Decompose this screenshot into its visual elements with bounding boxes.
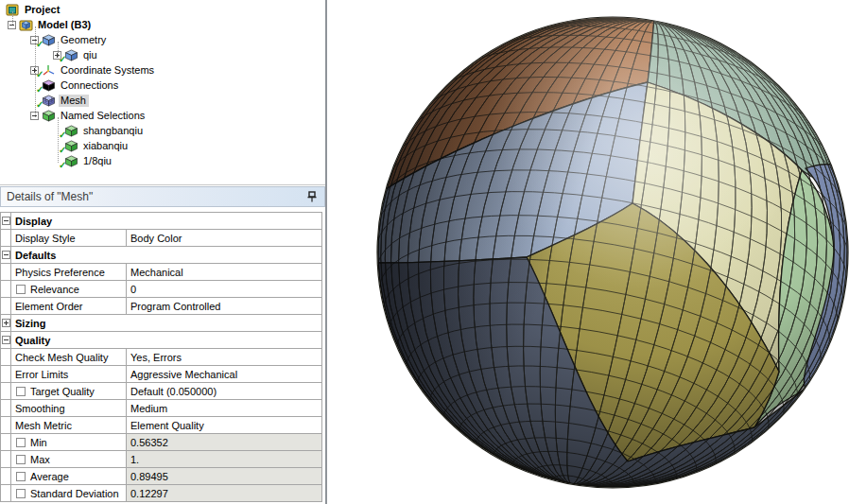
- tree-item[interactable]: Model (B3): [8, 17, 94, 32]
- tree-guide-line: [58, 42, 59, 57]
- details-row[interactable]: Standard Deviation 0.12297: [1, 485, 322, 502]
- project-outline-tree[interactable]: Project Model (B3) ✓Geometry ✓qiu ✓Coord: [0, 0, 325, 185]
- details-row-value[interactable]: Aggressive Mechanical: [127, 366, 322, 382]
- row-label-text: Check Mesh Quality: [15, 352, 108, 363]
- tree-guide-line: [12, 11, 13, 25]
- tree-item[interactable]: Project: [6, 2, 62, 17]
- details-group-label: Display: [11, 213, 127, 229]
- details-row[interactable]: Error Limits Aggressive Mechanical: [1, 366, 322, 383]
- tree-item[interactable]: ✓1/8qiu: [53, 153, 114, 168]
- row-label-text: Error Limits: [15, 369, 68, 380]
- details-row[interactable]: Display Style Body Color: [1, 230, 322, 247]
- tree-item-label[interactable]: xiabanqiu: [81, 140, 130, 152]
- tree-item[interactable]: Named Selections: [30, 108, 147, 123]
- details-row-label: Error Limits: [11, 366, 127, 382]
- group-gutter[interactable]: [1, 213, 11, 229]
- group-expander-minus[interactable]: [2, 217, 10, 225]
- details-group-row[interactable]: Display: [1, 213, 322, 230]
- tree-item[interactable]: ✓Coordinate Systems: [30, 62, 157, 78]
- row-label-text: Smoothing: [15, 403, 65, 414]
- details-row[interactable]: Relevance 0: [1, 281, 322, 298]
- cube-purple-icon: ✓: [42, 79, 56, 92]
- sphere-highlight-overlay: [377, 17, 848, 488]
- group-expander-minus[interactable]: [2, 336, 10, 344]
- cube-mesh-icon: ✓: [42, 95, 56, 107]
- row-gutter: [1, 230, 11, 246]
- status-check-icon: ✓: [59, 160, 66, 170]
- tree-item-label[interactable]: Mesh: [59, 95, 89, 107]
- tree-item-label[interactable]: Model (B3): [36, 19, 94, 31]
- graphics-viewport[interactable]: [329, 0, 849, 504]
- tree-item-label[interactable]: qiu: [81, 49, 100, 61]
- tree-item[interactable]: ✓Geometry: [30, 32, 109, 47]
- tree-item-label[interactable]: Coordinate Systems: [59, 64, 157, 77]
- group-expander-minus[interactable]: [2, 251, 10, 259]
- row-gutter: [1, 485, 11, 501]
- details-row-value[interactable]: 0: [127, 281, 322, 297]
- group-gutter[interactable]: [1, 332, 11, 348]
- row-gutter: [1, 451, 11, 467]
- row-label-text: Average: [30, 471, 69, 482]
- row-checkbox[interactable]: [16, 285, 26, 294]
- row-label-text: Target Quality: [30, 386, 95, 397]
- row-checkbox[interactable]: [16, 472, 26, 481]
- tree-item[interactable]: ✓qiu: [53, 47, 100, 62]
- details-row[interactable]: Physics Preference Mechanical: [1, 264, 322, 281]
- row-gutter: [1, 383, 11, 399]
- details-panel-title: Details of "Mesh": [7, 190, 305, 203]
- details-row[interactable]: Min 0.56352: [1, 434, 322, 451]
- group-expander-plus[interactable]: [2, 319, 10, 327]
- tree-item[interactable]: ✓Mesh: [30, 93, 89, 108]
- details-group-row[interactable]: Sizing: [1, 315, 322, 332]
- group-gutter[interactable]: [1, 247, 11, 263]
- tree-item[interactable]: ✓Connections: [30, 78, 121, 93]
- details-group-filler: [127, 247, 322, 263]
- details-group-row[interactable]: Defaults: [1, 247, 322, 264]
- details-row-label: Target Quality: [11, 383, 127, 399]
- details-row-value[interactable]: Default (0.050000): [127, 383, 322, 399]
- details-row-label: Display Style: [11, 230, 127, 246]
- row-checkbox[interactable]: [16, 387, 26, 396]
- details-row[interactable]: Max 1.: [1, 451, 322, 468]
- tree-item-label[interactable]: Connections: [59, 79, 121, 92]
- row-checkbox[interactable]: [16, 455, 26, 464]
- details-row[interactable]: Target Quality Default (0.050000): [1, 383, 322, 400]
- row-checkbox[interactable]: [16, 438, 26, 447]
- details-row-value[interactable]: Mechanical: [127, 264, 322, 280]
- details-group-row[interactable]: Quality: [1, 332, 322, 349]
- details-group-label: Quality: [11, 332, 127, 348]
- details-row[interactable]: Average 0.89495: [1, 468, 322, 485]
- row-checkbox[interactable]: [16, 489, 26, 498]
- details-row[interactable]: Check Mesh Quality Yes, Errors: [1, 349, 322, 366]
- details-row[interactable]: Element Order Program Controlled: [1, 298, 322, 315]
- details-row-value[interactable]: Body Color: [127, 230, 322, 246]
- details-row-value[interactable]: Yes, Errors: [127, 349, 322, 365]
- details-group-label: Sizing: [11, 315, 127, 331]
- details-row[interactable]: Mesh Metric Element Quality: [1, 417, 322, 434]
- details-row-value[interactable]: Medium: [127, 400, 322, 416]
- tree-item[interactable]: ✓shangbanqiu: [53, 123, 146, 138]
- details-row-value[interactable]: Element Quality: [127, 417, 322, 433]
- details-row-value[interactable]: Program Controlled: [127, 298, 322, 314]
- pin-icon[interactable]: [305, 190, 319, 203]
- group-gutter[interactable]: [1, 315, 11, 331]
- triad-icon: ✓: [42, 64, 56, 77]
- model-icon: [19, 19, 33, 31]
- tree-item-label[interactable]: Geometry: [59, 34, 109, 46]
- outline-and-details-pane: Project Model (B3) ✓Geometry ✓qiu ✓Coord: [0, 0, 327, 504]
- tree-item-label[interactable]: Project: [23, 4, 62, 16]
- row-gutter: [1, 434, 11, 450]
- details-row-label: Check Mesh Quality: [11, 349, 127, 365]
- details-row[interactable]: Smoothing Medium: [1, 400, 322, 417]
- details-panel-header: Details of "Mesh": [0, 186, 325, 207]
- tree-guide-line: [58, 117, 59, 163]
- mesh-sphere-3d[interactable]: [329, 0, 849, 504]
- tree-item[interactable]: ✓xiabanqiu: [53, 138, 130, 153]
- cube-green-icon: ✓: [64, 140, 78, 152]
- tree-item-label[interactable]: 1/8qiu: [81, 155, 114, 167]
- tree-item-label[interactable]: Named Selections: [59, 110, 147, 122]
- row-label-text: Physics Preference: [15, 267, 105, 278]
- tree-item-label[interactable]: shangbanqiu: [81, 125, 146, 137]
- details-row-value: 0.89495: [127, 468, 322, 484]
- details-row-label: Physics Preference: [11, 264, 127, 280]
